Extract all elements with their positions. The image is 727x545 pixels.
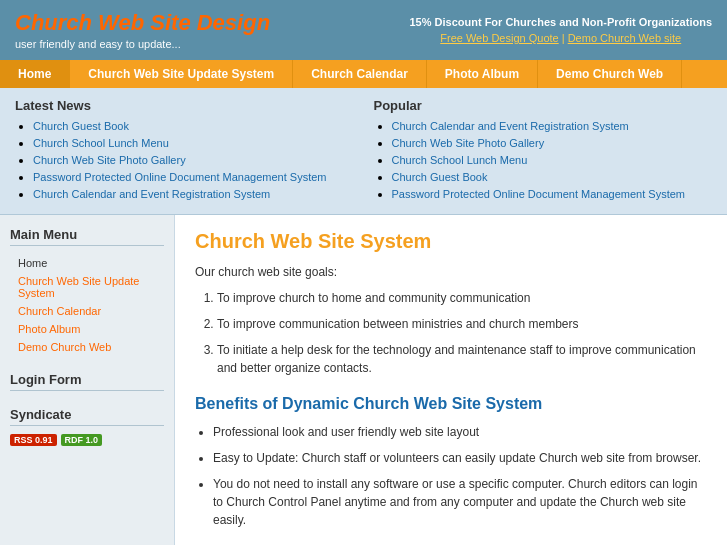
sidebar-item-photo-album[interactable]: Photo Album	[10, 320, 164, 338]
list-item: Church Calendar and Event Registration S…	[392, 119, 713, 133]
promo-area: 15% Discount For Churches and Non-Profit…	[409, 16, 712, 44]
content-intro: Our church web site goals:	[195, 263, 707, 281]
content-main-heading: Church Web Site System	[195, 230, 707, 253]
list-item: To improve communication between ministr…	[217, 315, 707, 333]
list-item: Professional look and user friendly web …	[213, 423, 707, 441]
rdf-badge[interactable]: RDF 1.0	[61, 434, 103, 446]
list-item: Password Protected Online Document Manag…	[33, 170, 354, 184]
news-link[interactable]: Church Guest Book	[33, 120, 129, 132]
promo-text: 15% Discount For Churches and Non-Profit…	[409, 16, 712, 28]
news-link[interactable]: Church Calendar and Event Registration S…	[392, 120, 629, 132]
list-item: Church School Lunch Menu	[392, 153, 713, 167]
logo-subtitle: user friendly and easy to update...	[15, 38, 270, 50]
popular-list: Church Calendar and Event Registration S…	[374, 119, 713, 201]
logo-area: Church Web Site Design user friendly and…	[15, 10, 270, 50]
list-item: Church School Lunch Menu	[33, 136, 354, 150]
sidebar-item-calendar[interactable]: Church Calendar	[10, 302, 164, 320]
content-benefits-list: Professional look and user friendly web …	[195, 423, 707, 529]
list-item: You do not need to install any software …	[213, 475, 707, 529]
sidebar-login-form: Login Form	[10, 372, 164, 391]
news-link[interactable]: Church Guest Book	[392, 171, 488, 183]
sidebar-item-demo[interactable]: Demo Church Web	[10, 338, 164, 356]
content-goals-list: To improve church to home and community …	[195, 289, 707, 377]
sidebar-item-home[interactable]: Home	[10, 254, 164, 272]
sidebar-login-title: Login Form	[10, 372, 164, 391]
list-item: Church Guest Book	[33, 119, 354, 133]
list-item: Church Calendar and Event Registration S…	[33, 187, 354, 201]
list-item: Password Protected Online Document Manag…	[392, 187, 713, 201]
promo-link-2[interactable]: Demo Church Web site	[568, 32, 682, 44]
latest-news-col: Latest News Church Guest Book Church Sch…	[15, 98, 354, 204]
news-link[interactable]: Church School Lunch Menu	[33, 137, 169, 149]
popular-col: Popular Church Calendar and Event Regist…	[374, 98, 713, 204]
news-link[interactable]: Password Protected Online Document Manag…	[33, 171, 326, 183]
list-item: To initiate a help desk for the technolo…	[217, 341, 707, 377]
promo-links: Free Web Design Quote | Demo Church Web …	[409, 32, 712, 44]
sidebar-syndicate: Syndicate RSS 0.91 RDF 1.0	[10, 407, 164, 446]
nav-item-calendar[interactable]: Church Calendar	[293, 60, 427, 88]
nav-bar: Home Church Web Site Update System Churc…	[0, 60, 727, 88]
news-link[interactable]: Church School Lunch Menu	[392, 154, 528, 166]
news-section: Latest News Church Guest Book Church Sch…	[0, 88, 727, 215]
main-layout: Main Menu Home Church Web Site Update Sy…	[0, 215, 727, 545]
sidebar: Main Menu Home Church Web Site Update Sy…	[0, 215, 175, 545]
sidebar-main-menu-title: Main Menu	[10, 227, 164, 246]
rss-badge[interactable]: RSS 0.91	[10, 434, 57, 446]
promo-divider: |	[562, 32, 565, 44]
nav-item-photo-album[interactable]: Photo Album	[427, 60, 538, 88]
list-item: Church Guest Book	[392, 170, 713, 184]
main-content: Church Web Site System Our church web si…	[175, 215, 727, 545]
news-link[interactable]: Church Calendar and Event Registration S…	[33, 188, 270, 200]
nav-item-update-system[interactable]: Church Web Site Update System	[70, 60, 293, 88]
latest-news-list: Church Guest Book Church School Lunch Me…	[15, 119, 354, 201]
promo-link-1[interactable]: Free Web Design Quote	[440, 32, 558, 44]
sidebar-syndicate-title: Syndicate	[10, 407, 164, 426]
latest-news-title: Latest News	[15, 98, 354, 113]
list-item: To improve church to home and community …	[217, 289, 707, 307]
nav-item-demo[interactable]: Demo Church Web	[538, 60, 682, 88]
syndicate-badges: RSS 0.91 RDF 1.0	[10, 434, 164, 446]
sidebar-main-menu: Main Menu Home Church Web Site Update Sy…	[10, 227, 164, 356]
news-link[interactable]: Password Protected Online Document Manag…	[392, 188, 685, 200]
list-item: Church Web Site Photo Gallery	[392, 136, 713, 150]
sidebar-item-update-system[interactable]: Church Web Site Update System	[10, 272, 164, 302]
list-item: Easy to Update: Church staff or voluntee…	[213, 449, 707, 467]
content-benefits-heading: Benefits of Dynamic Church Web Site Syst…	[195, 395, 707, 413]
nav-item-home[interactable]: Home	[0, 60, 70, 88]
popular-title: Popular	[374, 98, 713, 113]
news-link[interactable]: Church Web Site Photo Gallery	[33, 154, 186, 166]
news-link[interactable]: Church Web Site Photo Gallery	[392, 137, 545, 149]
list-item: Church Web Site Photo Gallery	[33, 153, 354, 167]
logo-title: Church Web Site Design	[15, 10, 270, 36]
